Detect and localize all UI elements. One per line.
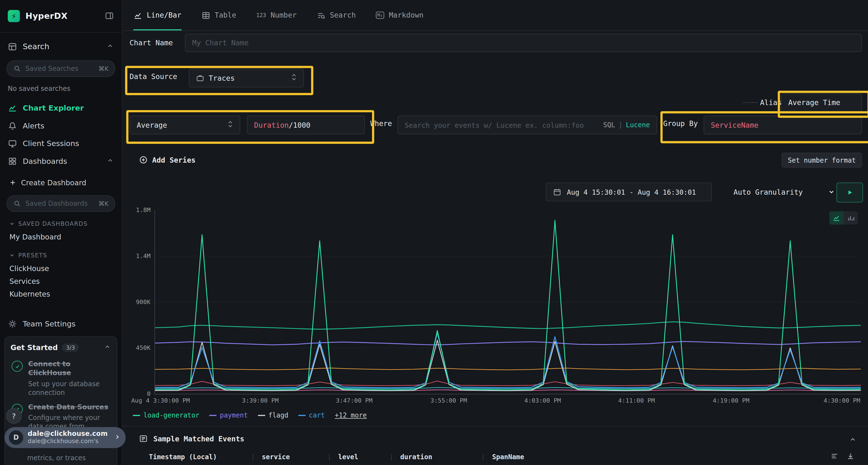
sidebar-item-preset-kubernetes[interactable]: Kubernetes bbox=[0, 288, 122, 300]
column-header-timestamp[interactable]: Timestamp (Local) bbox=[149, 453, 250, 461]
get-started-item[interactable]: Connect to ClickHouse Set up your databa… bbox=[5, 355, 117, 398]
main-panel: Line/Bar Table 123 Number Search M↓ Mark… bbox=[122, 0, 868, 465]
group-by-input[interactable]: ServiceName bbox=[704, 115, 862, 134]
line-view-toggle[interactable] bbox=[829, 211, 844, 225]
saved-searches-input[interactable]: Saved Searches ⌘K bbox=[7, 60, 115, 77]
alias-input[interactable]: Average Time bbox=[781, 94, 862, 112]
select-chevrons-icon bbox=[291, 73, 297, 83]
column-divider: ⋮ bbox=[326, 453, 333, 461]
field-expression-input[interactable]: Duration/1000 bbox=[247, 115, 365, 134]
column-options-icon[interactable] bbox=[830, 452, 839, 463]
user-email: dale@clickhouse.com bbox=[28, 430, 108, 438]
legend-label: cart bbox=[309, 411, 325, 419]
presets-section-header[interactable]: PRESETS bbox=[0, 248, 122, 262]
sidebar-item-my-dashboard[interactable]: My Dashboard bbox=[0, 231, 122, 243]
legend-label: flagd bbox=[268, 411, 288, 419]
x-tick-label: 4:30:00 PM bbox=[824, 397, 860, 404]
tab-label: Line/Bar bbox=[147, 11, 181, 19]
collapse-panel-chevron-icon[interactable] bbox=[849, 435, 857, 446]
chevron-down-icon bbox=[828, 188, 835, 196]
saved-searches-placeholder: Saved Searches bbox=[26, 65, 79, 72]
x-tick-label: 4:03:00 PM bbox=[524, 397, 561, 404]
monitor-icon bbox=[8, 138, 17, 148]
user-menu[interactable]: D dale@clickhouse.com dale@clickhouse.co… bbox=[4, 427, 126, 448]
x-axis-labels: Aug 4 3:30:00 PM3:39:00 PM3:47:00 PM3:55… bbox=[155, 397, 860, 406]
sidebar-item-alerts[interactable]: Alerts bbox=[0, 117, 122, 134]
chevron-up-icon[interactable] bbox=[103, 342, 111, 353]
column-header-level[interactable]: ⋮level bbox=[326, 453, 388, 461]
column-header-duration[interactable]: ⋮duration bbox=[388, 453, 480, 461]
kbd-shortcut: ⌘K bbox=[98, 200, 108, 207]
x-tick-label: 4:19:00 PM bbox=[713, 397, 749, 404]
where-label: Where bbox=[370, 120, 392, 128]
column-header-spanname[interactable]: ⋮SpanName bbox=[480, 453, 524, 461]
tab-markdown[interactable]: M↓ Markdown bbox=[376, 0, 424, 30]
add-series-button[interactable]: Add Series bbox=[135, 153, 199, 167]
tab-number[interactable]: 123 Number bbox=[256, 0, 297, 30]
legend-label: payment bbox=[220, 411, 248, 419]
aggregation-select[interactable]: Average bbox=[129, 115, 240, 134]
no-saved-searches-text: No saved searches bbox=[8, 85, 114, 92]
chart-view-toggles bbox=[829, 211, 858, 225]
legend-item[interactable]: flagd bbox=[258, 411, 288, 419]
chevron-down-icon bbox=[9, 252, 15, 258]
create-dashboard-button[interactable]: Create Dashboard bbox=[0, 174, 122, 191]
sidebar-item-preset-clickhouse[interactable]: ClickHouse bbox=[0, 262, 122, 275]
legend-swatch bbox=[209, 415, 217, 416]
sample-events-header[interactable]: Sample Matched Events bbox=[139, 434, 244, 443]
run-query-button[interactable] bbox=[836, 182, 863, 203]
bar-view-toggle[interactable] bbox=[844, 211, 858, 225]
chart-name-input[interactable]: My Chart Name bbox=[185, 34, 862, 52]
download-icon[interactable] bbox=[846, 452, 855, 463]
column-label: duration bbox=[400, 453, 432, 461]
legend-item[interactable]: payment bbox=[209, 411, 248, 419]
sql-toggle[interactable]: SQL bbox=[603, 121, 615, 129]
check-circle-icon bbox=[11, 361, 23, 372]
sidebar-item-preset-services[interactable]: Services bbox=[0, 275, 122, 288]
chart-name-placeholder: My Chart Name bbox=[192, 39, 249, 47]
chevron-up-icon[interactable] bbox=[106, 42, 114, 51]
data-source-select[interactable]: Traces bbox=[189, 69, 304, 88]
tab-table[interactable]: Table bbox=[201, 0, 236, 30]
sidebar-item-team-settings[interactable]: Team Settings bbox=[0, 315, 122, 332]
saved-dashboards-input[interactable]: Saved Dashboards ⌘K bbox=[7, 195, 115, 212]
where-search-input[interactable]: Search your events w/ Lucene ex. column:… bbox=[397, 115, 657, 134]
alias-value: Average Time bbox=[788, 99, 840, 107]
magnifier-icon bbox=[13, 200, 21, 207]
saved-dashboards-section-header[interactable]: SAVED DASHBOARDS bbox=[0, 217, 122, 231]
set-number-format-button[interactable]: Set number format bbox=[782, 153, 862, 168]
tab-label: Markdown bbox=[389, 11, 424, 19]
sidebar-section-search[interactable]: Search bbox=[0, 37, 122, 56]
legend-more-link[interactable]: +12 more bbox=[335, 411, 367, 419]
legend-item[interactable]: cart bbox=[298, 411, 325, 419]
line-chart-icon bbox=[833, 214, 840, 222]
sample-events-panel: Sample Matched Events Timestamp (Local) … bbox=[122, 426, 868, 465]
add-series-label: Add Series bbox=[152, 156, 195, 164]
search-section-icon bbox=[8, 42, 17, 51]
legend-item[interactable]: load-generator bbox=[133, 411, 199, 419]
column-header-service[interactable]: ⋮service bbox=[250, 453, 326, 461]
field-expression-secondary: /1000 bbox=[289, 121, 311, 129]
chart-line-icon bbox=[8, 103, 17, 112]
collapse-sidebar-icon[interactable] bbox=[105, 11, 114, 23]
y-tick-label: 1.8M bbox=[136, 207, 151, 214]
events-table-header: Timestamp (Local) ⋮service ⋮level ⋮durat… bbox=[149, 453, 524, 461]
tab-search[interactable]: Search bbox=[317, 0, 356, 30]
series-load-generator bbox=[155, 221, 861, 390]
sidebar-item-chart-explorer[interactable]: Chart Explorer bbox=[0, 99, 122, 117]
granularity-select[interactable]: Auto Granularity bbox=[729, 182, 840, 201]
tab-line-bar[interactable]: Line/Bar bbox=[133, 0, 181, 30]
tab-label: Number bbox=[271, 11, 297, 19]
circle-plus-icon bbox=[139, 156, 148, 164]
calendar-icon bbox=[553, 188, 561, 196]
chevron-up-icon[interactable] bbox=[106, 156, 114, 166]
x-tick-label: 3:39:00 PM bbox=[242, 397, 279, 404]
date-range-picker[interactable]: Aug 4 15:30:01 - Aug 4 16:30:01 bbox=[546, 182, 712, 201]
help-button[interactable]: ? bbox=[6, 408, 22, 424]
sidebar-item-client-sessions[interactable]: Client Sessions bbox=[0, 134, 122, 152]
chart-plot[interactable] bbox=[155, 210, 861, 394]
sidebar-item-dashboards[interactable]: Dashboards bbox=[0, 152, 122, 170]
presets-section-label: PRESETS bbox=[18, 252, 47, 259]
briefcase-icon bbox=[196, 74, 204, 82]
lucene-toggle[interactable]: Lucene bbox=[626, 121, 650, 129]
